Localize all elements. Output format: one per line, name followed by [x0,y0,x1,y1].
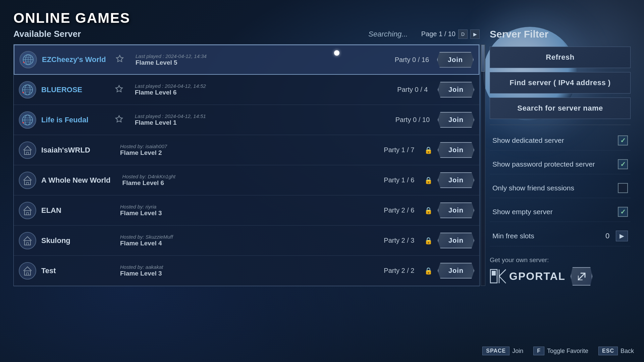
gportal-logo: GPORTAL [490,269,566,284]
party-info: Party 1 / 6 [379,176,419,184]
show-password-label: Show password protected server [492,160,595,168]
flame-level: Flame Level 1 [135,119,387,126]
server-name: EZCheezy's World [42,55,109,64]
page-next-button[interactable]: ▶ [470,29,480,39]
svg-rect-23 [26,243,29,245]
server-row[interactable]: BLUEROSE Last played : 2024-04-12, 14:52… [14,75,479,105]
server-row[interactable]: Skulong Hosted by: SkuzzieMuff Flame Lev… [14,226,479,256]
page-d-button[interactable]: D [458,29,468,39]
svg-rect-25 [26,273,29,275]
party-info: Party 2 / 3 [379,237,419,244]
flame-level: Flame Level 4 [120,240,374,247]
filter-divider [490,125,631,125]
show-password-checkbox[interactable] [618,159,628,169]
svg-marker-10 [116,85,122,92]
server-details: Last played : 2024-04-12, 14:51 Flame Le… [128,113,387,126]
join-button[interactable]: Join [438,82,474,98]
server-details: Hosted by: D4nkKn1ght Flame Level 6 [116,174,374,187]
server-row[interactable]: Isaiah'sWRLD Hosted by: isaiah007 Flame … [14,135,479,165]
find-server-button[interactable]: Find server ( IPv4 address ) [490,72,631,94]
server-name: Skulong [41,236,108,245]
server-row[interactable]: Test Hosted by: aakakat Flame Level 3 Pa… [14,256,479,286]
join-button[interactable]: Join [438,112,474,128]
svg-rect-19 [26,182,29,185]
server-name: ELAN [41,206,108,215]
only-friends-option: Only show friend sessions [490,178,631,198]
svg-marker-15 [116,116,122,122]
server-row[interactable]: ELAN Hosted by: riyria Flame Level 3 Par… [14,195,479,226]
server-row[interactable]: Life is Feudal Last played : 2024-04-12,… [14,105,479,135]
min-free-slots-row: Min free slots 0 ▶ [490,226,631,246]
lock-icon: 🔒 [424,146,433,154]
server-header: Available Server Searching... Page 1 / 1… [13,29,480,39]
svg-rect-21 [26,213,29,215]
lock-icon: 🔒 [424,176,433,184]
svg-line-29 [499,269,506,276]
favorite-button[interactable] [115,85,123,95]
flame-level: Flame Level 6 [122,179,374,187]
join-button[interactable]: Join [437,52,474,68]
server-name: Isaiah'sWRLD [41,146,108,155]
favorite-shortcut-label: Toggle Favorite [547,348,588,355]
server-type-icon [19,111,36,129]
gportal-icon [490,269,506,284]
page-title: ONLINE GAMES [13,10,480,26]
last-played: Last played : 2024-04-12, 14:51 [135,113,387,119]
show-dedicated-label: Show dedicated server [492,136,564,144]
refresh-button[interactable]: Refresh [490,47,631,68]
server-details: Hosted by: SkuzzieMuff Flame Level 4 [113,234,374,247]
show-password-option: Show password protected server [490,155,631,174]
shortcut-back: ESC Back [598,347,634,355]
join-button[interactable]: Join [438,202,474,218]
server-type-icon [19,232,36,249]
min-free-slots-increase[interactable]: ▶ [616,231,628,241]
join-button[interactable]: Join [438,172,474,188]
flame-level: Flame Level 5 [136,59,387,66]
svg-line-30 [499,276,506,283]
server-details: Hosted by: aakakat Flame Level 3 [113,264,374,277]
flame-level: Flame Level 3 [120,270,374,277]
join-button[interactable]: Join [438,263,474,279]
available-server-label: Available Server [13,29,81,39]
show-empty-checkbox[interactable] [618,207,628,217]
server-type-icon [19,81,36,99]
flame-level: Flame Level 2 [120,149,374,157]
shortcut-join: SPACE Join [482,347,523,355]
party-info: Party 0 / 10 [392,116,433,124]
join-button[interactable]: Join [438,233,474,248]
page-number: Page 1 / 10 [421,30,455,38]
only-friends-checkbox[interactable] [618,183,628,193]
hosted-by: Hosted by: aakakat [120,264,374,270]
join-shortcut-label: Join [512,348,523,355]
server-row[interactable]: A Whole New World Hosted by: D4nkKn1ght … [14,165,479,195]
esc-key-badge: ESC [598,347,618,355]
hosted-by: Hosted by: riyria [120,204,374,209]
server-name: A Whole New World [41,176,111,185]
server-details: Last played : 2024-04-12, 14:34 Flame Le… [129,53,387,66]
join-button[interactable]: Join [438,142,474,158]
last-played: Last played : 2024-04-12, 14:52 [135,83,387,89]
svg-rect-17 [26,152,29,155]
server-row[interactable]: EZCheezy's World Last played : 2024-04-1… [14,45,479,75]
show-dedicated-checkbox[interactable] [618,135,628,145]
server-type-icon [19,141,36,159]
hosted-by: Hosted by: isaiah007 [120,143,374,149]
gportal-label: Get your own server: [490,256,631,264]
party-info: Party 0 / 16 [392,56,432,64]
server-type-icon [19,51,37,68]
hosted-by: Hosted by: SkuzzieMuff [120,234,374,240]
svg-point-9 [22,92,24,93]
last-played: Last played : 2024-04-12, 14:34 [136,53,387,59]
search-server-button[interactable]: Search for server name [490,98,631,119]
favorite-button[interactable] [116,55,124,65]
scrollbar-thumb[interactable] [481,45,485,72]
server-name: Test [41,266,108,275]
server-details: Hosted by: riyria Flame Level 3 [113,204,374,217]
party-info: Party 2 / 6 [379,206,419,214]
server-type-icon [19,262,36,280]
svg-marker-5 [116,55,123,62]
server-details: Hosted by: isaiah007 Flame Level 2 [113,143,374,157]
back-shortcut-label: Back [621,348,634,355]
favorite-button[interactable] [115,115,123,125]
gportal-external-button[interactable] [571,267,592,286]
